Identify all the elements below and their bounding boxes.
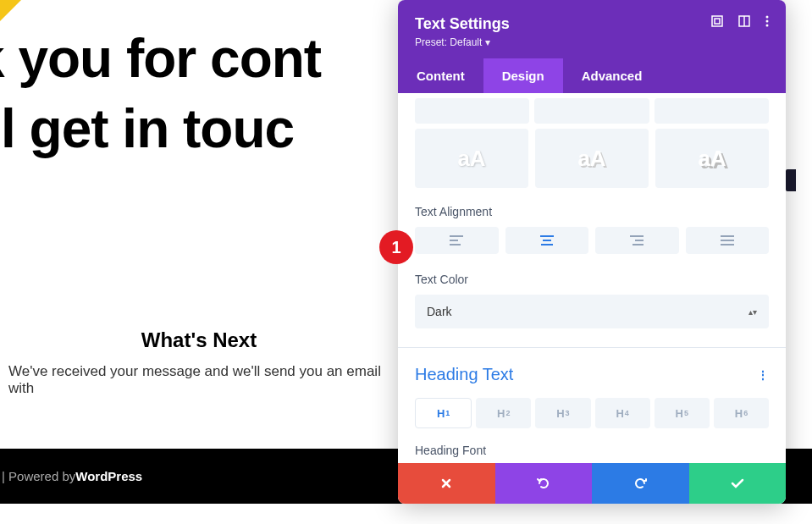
hero-text: k you for cont 'll get in touc	[0, 24, 321, 164]
corner-triangle	[0, 0, 21, 21]
preset-selector[interactable]: Preset: Default ▾	[415, 36, 510, 48]
svg-rect-1	[715, 19, 720, 24]
panel-footer	[398, 463, 786, 504]
text-shadow-option[interactable]: aA	[415, 129, 528, 188]
heading-h6-button[interactable]: H6	[714, 398, 769, 428]
text-color-value: Dark	[427, 305, 452, 318]
callout-marker-1: 1	[379, 230, 413, 264]
hero-line-1: k you for cont	[0, 24, 321, 94]
panel-title: Text Settings	[415, 15, 510, 33]
text-style-option[interactable]	[415, 98, 529, 124]
aa-sample: aA	[457, 146, 485, 172]
select-arrows-icon: ▴▾	[748, 307, 757, 317]
footer-prefix: | Powered by	[2, 469, 75, 483]
snap-icon[interactable]	[738, 15, 750, 30]
align-center-button[interactable]	[505, 227, 589, 254]
tab-content[interactable]: Content	[398, 58, 483, 93]
svg-point-6	[766, 25, 769, 27]
panel-tabs: Content Design Advanced	[398, 58, 786, 93]
aa-sample: aA	[577, 146, 605, 172]
text-color-label: Text Color	[398, 273, 786, 295]
align-left-button[interactable]	[415, 227, 499, 254]
heading-h1-button[interactable]: H1	[415, 398, 472, 428]
heading-h5-button[interactable]: H5	[655, 398, 710, 428]
svg-point-5	[766, 20, 769, 23]
text-alignment-label: Text Alignment	[398, 205, 786, 227]
text-color-select[interactable]: Dark ▴▾	[415, 295, 769, 328]
section-divider	[398, 347, 786, 348]
chevron-down-icon: ▾	[485, 36, 490, 48]
heading-h2-button[interactable]: H2	[476, 398, 531, 428]
svg-rect-0	[712, 16, 722, 26]
undo-button[interactable]	[495, 463, 593, 504]
text-shadow-option[interactable]: aA	[535, 129, 649, 188]
redo-button[interactable]	[592, 463, 689, 504]
svg-point-4	[766, 16, 769, 19]
preset-label: Preset: Default	[415, 36, 482, 48]
align-right-button[interactable]	[595, 227, 679, 254]
align-justify-button[interactable]	[686, 227, 770, 254]
footer-brand: WordPress	[75, 469, 142, 483]
cancel-button[interactable]	[398, 463, 495, 504]
heading-text-section-title[interactable]: Heading Text	[415, 365, 513, 384]
expand-icon[interactable]	[711, 15, 723, 30]
hero-line-2: 'll get in touc	[0, 94, 321, 164]
heading-h3-button[interactable]: H3	[535, 398, 590, 428]
text-style-option[interactable]	[655, 98, 769, 124]
panel-body: aA aA aA Text Alignment Text Color Dark …	[398, 93, 786, 463]
tab-advanced[interactable]: Advanced	[563, 58, 661, 93]
heading-font-label: Heading Font	[398, 444, 786, 463]
menu-dots-icon[interactable]	[765, 15, 769, 30]
text-style-option[interactable]	[534, 98, 649, 124]
aa-sample: aA	[698, 146, 726, 172]
settings-panel: Text Settings Preset: Default ▾ Content	[398, 0, 786, 504]
text-shadow-option[interactable]: aA	[655, 129, 769, 188]
heading-h4-button[interactable]: H4	[595, 398, 650, 428]
received-message: We've received your message and we'll se…	[8, 363, 406, 397]
tab-design[interactable]: Design	[483, 58, 563, 93]
save-button[interactable]	[689, 463, 787, 504]
panel-header: Text Settings Preset: Default ▾	[398, 0, 786, 58]
side-handle[interactable]	[786, 169, 796, 191]
whats-next-heading: What's Next	[0, 328, 398, 352]
section-menu-icon[interactable]: ⋮	[757, 368, 769, 382]
